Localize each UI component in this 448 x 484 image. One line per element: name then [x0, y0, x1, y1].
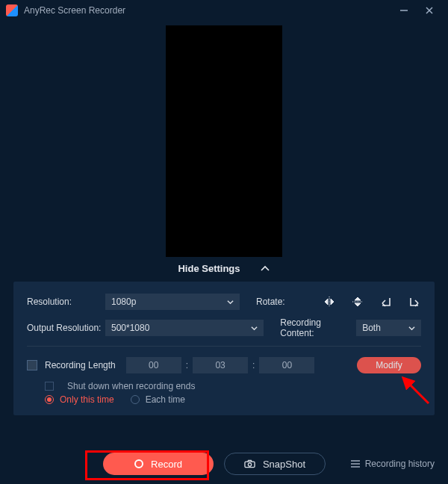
record-button[interactable]: Record [103, 453, 214, 475]
close-button[interactable] [417, 1, 442, 19]
flip-vertical-icon[interactable] [351, 295, 364, 308]
chevron-down-icon [251, 325, 258, 332]
title-bar: AnyRec Screen Recorder [0, 0, 448, 21]
each-time-label: Each time [146, 394, 185, 405]
settings-panel: Resolution: 1080p Rotate: Output Resolut… [13, 282, 435, 415]
history-list-icon [350, 459, 361, 468]
only-this-time-radio[interactable] [45, 395, 54, 404]
resolution-select[interactable]: 1080p [105, 294, 240, 310]
rotate-label: Rotate: [256, 297, 301, 307]
chevron-up-icon [260, 264, 270, 274]
record-label: Record [151, 459, 182, 470]
time-hours-input[interactable]: 00 [126, 357, 181, 373]
hide-settings-label: Hide Settings [178, 263, 240, 274]
time-separator: : [248, 360, 259, 370]
device-preview [166, 25, 282, 257]
output-resolution-select[interactable]: 500*1080 [105, 320, 264, 336]
chevron-down-icon [227, 299, 234, 305]
time-separator: : [181, 360, 193, 370]
shutdown-checkbox[interactable] [45, 382, 54, 391]
app-title: AnyRec Screen Recorder [24, 5, 391, 16]
camera-icon [244, 459, 255, 468]
svg-point-1 [248, 463, 251, 466]
time-seconds-input[interactable]: 00 [259, 357, 314, 373]
divider [27, 346, 421, 347]
resolution-label: Resolution: [27, 297, 105, 307]
snapshot-label: SnapShot [263, 459, 305, 470]
flip-horizontal-icon[interactable] [323, 295, 336, 308]
minimize-button[interactable] [391, 1, 417, 19]
recording-history-link[interactable]: Recording history [350, 459, 435, 469]
output-resolution-value: 500*1080 [111, 323, 149, 333]
hide-settings-toggle[interactable]: Hide Settings [0, 263, 448, 274]
recording-length-checkbox[interactable] [27, 360, 37, 370]
recording-content-value: Both [362, 323, 381, 333]
app-logo-icon [6, 4, 18, 16]
rotate-right-icon[interactable] [408, 295, 421, 308]
recording-content-label: Recording Content: [280, 317, 350, 338]
recording-history-label: Recording history [365, 459, 435, 469]
chevron-down-icon [408, 325, 415, 332]
resolution-value: 1080p [111, 297, 136, 307]
bottom-bar: Record SnapShot Recording history [0, 453, 448, 475]
recording-length-label: Recording Length [45, 360, 116, 370]
time-minutes-input[interactable]: 03 [193, 357, 248, 373]
each-time-radio[interactable] [131, 395, 140, 404]
modify-button[interactable]: Modify [357, 357, 421, 373]
record-icon [134, 459, 143, 468]
output-resolution-label: Output Resolution: [27, 323, 105, 333]
recording-content-select[interactable]: Both [356, 320, 421, 336]
only-this-time-label: Only this time [60, 394, 114, 405]
rotate-left-icon[interactable] [379, 295, 393, 308]
shutdown-label: Shut down when recording ends [67, 381, 195, 391]
snapshot-button[interactable]: SnapShot [224, 453, 326, 475]
